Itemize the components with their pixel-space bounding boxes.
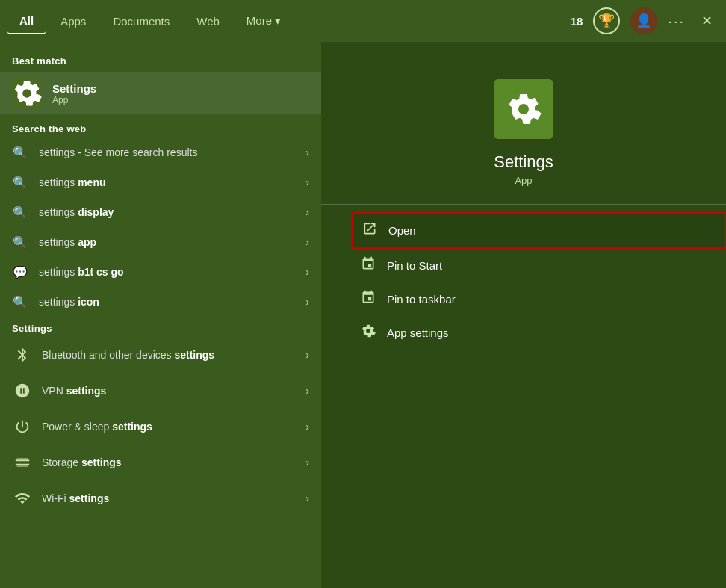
best-match-title: Settings (52, 82, 96, 95)
settings-vpn[interactable]: VPN settings › (0, 373, 321, 409)
search-result-3[interactable]: 🔍 settings app › (0, 227, 321, 257)
search-web-heading: Search the web (0, 117, 321, 137)
search-icon-0: 🔍 (12, 144, 28, 161)
search-icon-3: 🔍 (12, 234, 28, 250)
chevron-2: › (305, 206, 309, 218)
main-content: Best match Settings App Search the web 🔍… (0, 42, 726, 588)
chevron-0: › (305, 146, 309, 158)
power-text: Power & sleep settings (42, 421, 305, 433)
app-type-large: App (515, 175, 532, 186)
chevron-bluetooth: › (305, 349, 309, 361)
result-text-5: settings icon (39, 296, 305, 308)
app-preview: Settings App (321, 64, 726, 204)
score-badge: 18 (571, 15, 583, 28)
chat-icon-4: 💬 (12, 264, 28, 280)
chevron-3: › (305, 236, 309, 248)
best-match-heading: Best match (0, 49, 321, 69)
app-settings-button[interactable]: App settings (351, 316, 726, 350)
storage-icon (12, 452, 33, 473)
best-match-item[interactable]: Settings App (0, 72, 321, 114)
bluetooth-icon (12, 344, 33, 365)
app-settings-label: App settings (387, 327, 449, 339)
settings-heading: Settings (0, 317, 321, 337)
search-result-5[interactable]: 🔍 settings icon › (0, 287, 321, 317)
result-text-3: settings app (39, 236, 305, 248)
tab-apps[interactable]: Apps (49, 9, 98, 34)
tab-web[interactable]: Web (184, 9, 232, 34)
app-icon-large (494, 79, 553, 139)
vpn-text: VPN settings (42, 385, 305, 397)
pin-taskbar-icon (360, 290, 376, 309)
vpn-icon (12, 380, 33, 401)
search-icon-2: 🔍 (12, 204, 28, 220)
right-panel: Settings App Open Pi (321, 42, 726, 588)
chevron-1: › (305, 176, 309, 188)
settings-app-icon (12, 78, 42, 108)
app-name-large: Settings (494, 152, 553, 172)
top-bar: All Apps Documents Web More ▾ 18 🏆 👤 ···… (0, 0, 726, 42)
action-list: Open Pin to Start Pin to taskbar (321, 212, 726, 350)
search-result-2[interactable]: 🔍 settings display › (0, 197, 321, 227)
settings-power[interactable]: Power & sleep settings › (0, 409, 321, 445)
pin-start-button[interactable]: Pin to Start (351, 249, 726, 282)
search-result-1[interactable]: 🔍 settings menu › (0, 167, 321, 197)
chevron-storage: › (305, 457, 309, 468)
chevron-5: › (305, 296, 309, 308)
search-result-0[interactable]: 🔍 settings - See more search results › (0, 137, 321, 167)
chevron-power: › (305, 421, 309, 433)
chevron-4: › (305, 266, 309, 278)
left-panel: Best match Settings App Search the web 🔍… (0, 42, 321, 588)
trophy-icon[interactable]: 🏆 (593, 7, 620, 34)
search-result-4[interactable]: 💬 settings b1t cs go › (0, 257, 321, 287)
best-match-subtitle: App (52, 95, 96, 105)
bluetooth-text: Bluetooth and other devices settings (42, 349, 305, 361)
settings-storage[interactable]: Storage settings › (0, 445, 321, 480)
search-icon-1: 🔍 (12, 174, 28, 191)
settings-wifi[interactable]: Wi-Fi settings › (0, 480, 321, 516)
close-button[interactable]: ✕ (695, 10, 719, 32)
pin-taskbar-label: Pin to taskbar (387, 293, 456, 306)
result-text-0: settings - See more search results (39, 146, 305, 158)
tab-all[interactable]: All (7, 8, 46, 34)
result-text-2: settings display (39, 206, 305, 218)
chevron-vpn: › (305, 385, 309, 397)
ellipsis-button[interactable]: ··· (668, 13, 685, 30)
result-text-4: settings b1t cs go (39, 266, 305, 278)
open-icon (362, 221, 378, 240)
power-icon (12, 416, 33, 437)
storage-text: Storage settings (42, 457, 305, 468)
avatar[interactable]: 👤 (630, 7, 657, 34)
chevron-wifi: › (305, 492, 309, 504)
app-settings-icon (360, 324, 376, 342)
search-icon-5: 🔍 (12, 294, 28, 310)
pin-start-icon (360, 256, 376, 275)
wifi-text: Wi-Fi settings (42, 492, 305, 504)
divider (321, 204, 726, 205)
tab-more[interactable]: More ▾ (235, 8, 293, 34)
open-label: Open (388, 224, 416, 237)
pin-start-label: Pin to Start (387, 259, 442, 272)
wifi-icon (12, 488, 33, 509)
best-match-text: Settings App (52, 82, 96, 105)
settings-bluetooth[interactable]: Bluetooth and other devices settings › (0, 337, 321, 373)
result-text-1: settings menu (39, 176, 305, 188)
tab-documents[interactable]: Documents (101, 9, 182, 34)
pin-taskbar-button[interactable]: Pin to taskbar (351, 282, 726, 316)
open-button[interactable]: Open (351, 212, 726, 249)
